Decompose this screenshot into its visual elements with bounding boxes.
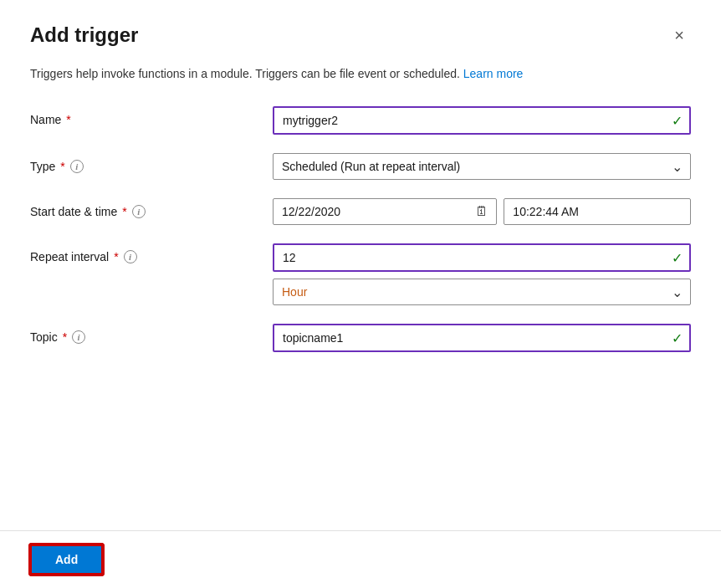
name-label-text: Name [30,113,61,126]
time-wrapper [504,198,691,225]
name-row: Name * ✓ [30,106,691,135]
topic-info-icon[interactable]: i [72,330,85,344]
datetime-required: * [122,205,126,218]
learn-more-link[interactable]: Learn more [463,67,524,80]
repeat-interval-info-icon[interactable]: i [124,250,137,263]
repeat-interval-input[interactable] [273,243,691,272]
type-info-icon[interactable]: i [70,160,84,173]
type-required: * [60,160,64,173]
dialog-header: Add trigger × [30,23,691,47]
topic-field: ✓ [273,324,691,352]
description-main: Triggers help invoke functions in a modu… [30,67,460,80]
name-input[interactable] [273,106,691,135]
datetime-row: Start date & time * i 🗓 [30,198,691,225]
description-text: Triggers help invoke functions in a modu… [30,65,691,83]
datetime-info-icon[interactable]: i [132,205,146,218]
repeat-interval-label-text: Repeat interval [30,250,109,263]
topic-required: * [63,330,67,344]
repeat-number-wrapper: ✓ [273,243,691,272]
type-label: Type * i [30,153,273,173]
repeat-fields: ✓ Hour Minute Day Week ⌄ [273,243,691,305]
repeat-interval-label: Repeat interval * i [30,243,273,263]
topic-label-text: Topic [30,330,58,344]
topic-label: Topic * i [30,324,273,344]
repeat-unit-select[interactable]: Hour Minute Day Week [273,279,691,305]
repeat-interval-row: Repeat interval * i ✓ Hour Minute [30,243,691,305]
name-label: Name * [30,106,273,126]
dialog-title: Add trigger [30,23,138,47]
date-time-row: 🗓 [273,198,691,225]
topic-check-icon: ✓ [672,330,683,346]
repeat-interval-field: ✓ Hour Minute Day Week ⌄ [273,243,691,305]
topic-input-wrapper: ✓ [273,324,691,352]
repeat-unit-wrapper: Hour Minute Day Week ⌄ [273,279,691,305]
add-button[interactable]: Add [30,545,103,575]
type-label-text: Type [30,160,55,173]
name-required: * [66,113,70,126]
topic-input[interactable] [273,324,691,352]
type-row: Type * i Scheduled (Run at repeat interv… [30,153,691,180]
datetime-field: 🗓 [273,198,691,225]
type-select-wrapper: Scheduled (Run at repeat interval) File … [273,153,691,180]
name-check-icon: ✓ [672,113,683,129]
repeat-interval-check-icon: ✓ [672,250,683,266]
close-button[interactable]: × [667,23,691,47]
date-input[interactable] [273,198,497,225]
datetime-label-text: Start date & time [30,205,117,218]
time-input[interactable] [504,198,691,225]
name-input-wrapper: ✓ [273,106,691,135]
topic-row: Topic * i ✓ [30,324,691,352]
type-field: Scheduled (Run at repeat interval) File … [273,153,691,180]
date-wrapper: 🗓 [273,198,497,225]
type-select[interactable]: Scheduled (Run at repeat interval) File … [273,153,691,180]
name-field: ✓ [273,106,691,135]
datetime-label: Start date & time * i [30,198,273,218]
dialog-footer: Add [0,530,721,588]
repeat-interval-required: * [114,250,118,263]
